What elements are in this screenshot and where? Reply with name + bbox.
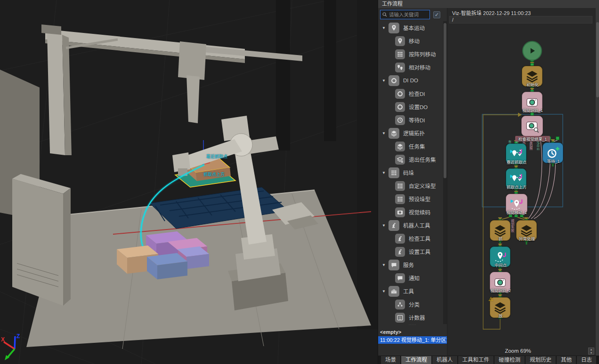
- tab-collision-detection[interactable]: 碰撞检测: [494, 356, 525, 364]
- tab-planning-history[interactable]: 规划历史: [526, 356, 556, 364]
- tree-item-exit-task-set[interactable]: 退出任务集: [378, 153, 443, 166]
- node-grab-task[interactable]: 抓: [490, 220, 510, 241]
- node-above-pick-point[interactable]: 抓取点上方: [506, 168, 526, 189]
- tab-scene[interactable]: 场景: [381, 356, 400, 364]
- vision-move-icon: [510, 197, 524, 211]
- tree-item-vision-continue-pallet[interactable]: 视觉续码: [378, 206, 443, 219]
- camera-icon: [493, 275, 507, 289]
- tree-item-check-tool[interactable]: 检查工具: [378, 232, 443, 245]
- plan-root-label: <empty>: [380, 329, 401, 335]
- node-vision-recognition-1[interactable]: 视觉识别_1: [522, 92, 542, 112]
- tab-robot[interactable]: 机器人: [432, 356, 457, 364]
- pin-icon: [395, 36, 405, 46]
- node-middle-point[interactable]: 中间点: [490, 246, 510, 267]
- tree-group-robot-tool[interactable]: ▼机器人工具: [378, 219, 443, 232]
- search-input[interactable]: [388, 11, 425, 18]
- tree-item-move[interactable]: 移动: [378, 34, 443, 47]
- spin-down-icon[interactable]: ▼: [589, 351, 594, 355]
- tree-item-set-do[interactable]: 设置DO: [378, 100, 443, 113]
- scene-3d: Z X: [0, 0, 378, 364]
- warning-icon: ⚠: [488, 296, 494, 302]
- tab-log[interactable]: 日志: [577, 356, 596, 364]
- tree-group-service[interactable]: ▼服务: [378, 258, 443, 271]
- tree-item-relative-move[interactable]: 相对移动: [378, 61, 443, 74]
- node-check-vision-result-1[interactable]: 检查视觉结果_1: [521, 116, 543, 136]
- layers-icon: [389, 128, 399, 139]
- robot-arm-icon: [389, 220, 399, 231]
- clock-plus-icon: [546, 146, 560, 160]
- caret-down-icon: ▼: [382, 223, 389, 228]
- layers-icon: [493, 301, 507, 315]
- waypoint-icon: [493, 250, 507, 264]
- cabinet: [12, 174, 71, 306]
- tree-item-preset-pallet-pattern[interactable]: 预设垛型: [378, 192, 443, 206]
- caret-down-icon: ▼: [382, 131, 389, 135]
- tree-item-move-by-array[interactable]: 按阵列移动: [378, 47, 443, 61]
- node-vision-move-1[interactable]: 视觉移动_1: [506, 194, 527, 214]
- tree-group-di-do[interactable]: ▼DI DO: [378, 74, 443, 87]
- robot-arm-icon: [395, 234, 405, 244]
- layers-icon: [525, 69, 539, 83]
- workflow-graph-area: Viz-智能拆垛 2022-12-29 11:00:23 /: [447, 8, 596, 356]
- tree-item-counter[interactable]: 1234计数器: [378, 311, 443, 324]
- zoom-spinner[interactable]: ▲ ▼: [588, 348, 594, 355]
- tree-item-set-tool[interactable]: 设置工具: [378, 245, 443, 258]
- search-icon: [382, 12, 388, 17]
- pallet-grid-icon: [395, 194, 405, 204]
- node-place-task[interactable]: ⚠ 放: [490, 297, 510, 318]
- pallet-grid-icon: [389, 167, 399, 178]
- counter-icon: 1234: [395, 313, 405, 323]
- node-vision-recognition-2[interactable]: 视觉识别_2: [490, 272, 510, 293]
- bottom-tabbar: 场景 工作流程 机器人 工具和工件 碰撞检测 规划历史 其他 日志: [378, 356, 599, 364]
- move-pin-icon: [509, 147, 523, 161]
- node-exception-handling[interactable]: 异常处理: [516, 220, 537, 241]
- tab-workflow[interactable]: 工作流程: [401, 356, 431, 364]
- plan-history-entry[interactable]: 11:00:22 视觉移动_1: 单分区方形: [378, 336, 447, 344]
- resize-dots-handle[interactable]: ·····: [405, 323, 420, 326]
- tree-group-tool[interactable]: ▼工具: [378, 285, 443, 298]
- node-wait-1[interactable]: 等待_1: [542, 142, 563, 163]
- tab-tools-workpieces[interactable]: 工具和工件: [458, 356, 494, 364]
- caret-down-icon: ▼: [382, 171, 389, 175]
- sidebar-scrollbar[interactable]: [443, 21, 447, 324]
- tree-group-logic-topology[interactable]: ▼逻辑拓扑: [378, 127, 443, 140]
- panel-title: 工作流程: [378, 0, 599, 8]
- caret-down-icon: ▼: [382, 289, 389, 293]
- layers-icon: [395, 142, 405, 151]
- tree-item-notify[interactable]: 通知: [378, 271, 443, 285]
- svg-text:34: 34: [399, 317, 401, 320]
- robot-arm-icon: [395, 247, 405, 257]
- pin-pair-icon: [395, 63, 405, 72]
- tree-item-check-di[interactable]: 检查DI: [378, 87, 443, 100]
- tree-item-wait-di[interactable]: 等待DI: [378, 113, 443, 127]
- flow-canvas[interactable]: 有结果 无结果 未完成 重拍照 无点云 成功 规划失败 其他 初始化: [447, 23, 596, 347]
- spin-up-icon[interactable]: ▲: [589, 348, 594, 351]
- app-window: Z X 靠近抓取点 抓取点上方 工作流程 ✓ ▼基本运动 移动 按阵列移动 相对…: [0, 0, 599, 364]
- ring-icon: [395, 89, 405, 99]
- chat-icon: [389, 260, 399, 270]
- layers-icon: [493, 223, 507, 237]
- toolbox-icon: [389, 286, 399, 297]
- move-pin-icon: [509, 172, 523, 186]
- tree-group-basic-motion[interactable]: ▼基本运动: [378, 21, 443, 34]
- play-icon: [527, 46, 537, 55]
- grid-pin-icon: [395, 49, 405, 59]
- tab-others[interactable]: 其他: [557, 356, 576, 364]
- node-near-pick-point[interactable]: 靠近抓取点: [506, 143, 526, 164]
- tree-item-custom-pallet-pattern[interactable]: 自定义垛型: [378, 179, 443, 192]
- tree-item-task-set[interactable]: 任务集: [378, 140, 443, 153]
- ring-icon: [395, 102, 405, 112]
- ring-icon: [389, 75, 399, 86]
- camera-icon: [525, 95, 539, 109]
- graph-scrollbar[interactable]: [596, 8, 599, 356]
- search-input-box[interactable]: [380, 10, 430, 19]
- tree-item-classify[interactable]: 分类: [378, 298, 443, 311]
- project-title: Viz-智能拆垛 2022-12-29 11:00:23: [452, 9, 531, 16]
- 3d-viewport[interactable]: Z X 靠近抓取点 抓取点上方: [0, 0, 378, 364]
- caret-down-icon: ▼: [382, 263, 389, 267]
- node-start[interactable]: [522, 41, 542, 61]
- filter-checkbox[interactable]: ✓: [433, 11, 440, 18]
- node-init[interactable]: 初始化: [522, 66, 542, 87]
- tree-group-palletizing[interactable]: ▼码垛: [378, 166, 443, 179]
- pin-icon: [389, 23, 399, 33]
